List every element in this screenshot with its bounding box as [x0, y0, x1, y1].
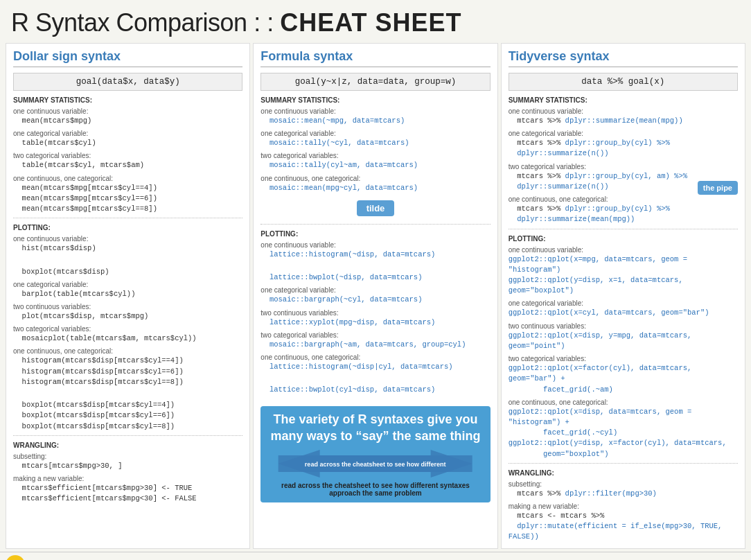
- col2-sum-label-3: two categorical variables:: [260, 152, 490, 159]
- col3-plot-code-3: ggplot2::qplot(x=disp, y=mpg, data=mtcar…: [509, 331, 738, 351]
- col3-plot-label-5: one continuous, one categorical:: [509, 399, 738, 406]
- col1-sum-code-1: mean(mtcars$mpg): [13, 116, 242, 126]
- col2-plot-label-1: one continuous variable:: [260, 241, 490, 249]
- col2-sum-code-2: mosaic::tally(~cyl, data=mtcars): [260, 138, 490, 148]
- footer-logo: S Smith College: [6, 555, 96, 560]
- smith-college-logo-icon: S: [6, 555, 25, 560]
- col1-plot-code-4: mosaicplot(table(mtcars$am, mtcars$cyl)): [13, 333, 242, 344]
- col2-plot-code-5a: lattice::histogram(~disp|cyl, data=mtcar…: [260, 362, 490, 372]
- col2-sum-code-4: mosaic::mean(mpg~cyl, data=mtcars): [260, 183, 490, 193]
- col3-plot-label-2: one categorical variable:: [509, 299, 738, 307]
- col3-sum-code-4b: dplyr::summarize(mean(mpg)): [509, 214, 738, 225]
- col2-sum-label-4: one continuous, one categorical:: [260, 175, 490, 182]
- svg-text:read across the cheatsheet to : read across the cheatsheet to see how di…: [305, 461, 446, 468]
- col3-sum-label-2: one categorical variable:: [509, 130, 738, 137]
- col3-divider-1: [509, 229, 738, 229]
- col2-plot-code-1b: lattice::bwplot(~disp, data=mtcars): [260, 272, 490, 283]
- col3-sum-code-3a: mtcars %>% dplyr::group_by(cyl, am) %>%: [509, 171, 738, 182]
- col3-plot-label-1: one continuous variable:: [509, 246, 738, 254]
- col1-plot-code-5c: histogram(mtcars$disp[mtcars$cyl==8]): [13, 377, 242, 387]
- col3-sum-code-4a: mtcars %>% dplyr::group_by(cyl) %>%: [509, 204, 738, 214]
- pipe-badge: the pipe: [698, 181, 738, 195]
- col2-sum-code-1: mosaic::mean(~mpg, data=mtcars): [260, 116, 490, 126]
- tilde-badge: tilde: [357, 200, 395, 216]
- col3-wrang-label-2: making a new variable:: [509, 502, 738, 510]
- col2-plot-label-3: two continuous variables:: [260, 309, 490, 317]
- col3-plot-code-4a: ggplot2::qplot(x=factor(cyl), data=mtcar…: [509, 363, 738, 384]
- col1-sum-label-2: one categorical variable:: [13, 130, 242, 137]
- col3-plot-label-3: two continuous variables:: [509, 322, 738, 330]
- col1-wrang-label-2: making a new variable:: [13, 475, 242, 482]
- page-title: R Syntax Comparison : : CHEAT SHEET: [11, 8, 740, 37]
- col2-divider-1: [260, 224, 490, 225]
- col1-plot-label-3: two continuous variables:: [13, 303, 242, 310]
- col3-plotting-header: PLOTTING:: [509, 235, 738, 243]
- col2-plotting-header: PLOTTING:: [260, 230, 490, 238]
- col3-plot-code-2: ggplot2::qplot(x=cyl, data=mtcars, geom=…: [509, 308, 738, 318]
- col1-plot-code-3: plot(mtcars$disp, mtcars$mpg): [13, 311, 242, 322]
- col3-sum-label-4: one continuous, one categorical:: [509, 195, 738, 203]
- col1-plot-code-5a: histogram(mtcars$disp[mtcars$cyl==4]): [13, 356, 242, 366]
- col3-plot-code-4b: facet_grid(.~am): [509, 385, 738, 395]
- col2-sum-label-1: one continuous variable:: [260, 107, 490, 115]
- col1-plot-code-2: barplot(table(mtcars$cyl)): [13, 289, 242, 299]
- col3-divider-2: [509, 463, 738, 464]
- col2-title: Formula syntax: [260, 49, 490, 67]
- col3-plot-code-5b: facet_grid(.~cyl): [509, 428, 738, 438]
- col3-plot-code-1b: ggplot2::qplot(y=disp, x=1, data=mtcars,…: [509, 275, 738, 296]
- col2-plot-code-2: mosaic::bargraph(~cyl, data=mtcars): [260, 295, 490, 305]
- col3-tidyverse: Tidyverse syntax data %>% goal(x) the pi…: [501, 43, 745, 549]
- columns-container: Dollar sign syntax goal(data$x, data$y) …: [0, 43, 751, 552]
- col3-plot-code-1a: ggplot2::qplot(x=mpg, data=mtcars, geom …: [509, 254, 738, 275]
- col3-sum-label-1: one continuous variable:: [509, 107, 738, 115]
- col2-sum-label-2: one categorical variable:: [260, 130, 490, 137]
- col2-summary-header: SUMMARY STATISTICS:: [260, 96, 490, 104]
- title-prefix: R Syntax Comparison : :: [11, 8, 280, 37]
- col2-plot-code-4: mosaic::bargraph(~am, data=mtcars, group…: [260, 340, 490, 350]
- col2-plot-label-4: two categorical variables:: [260, 331, 490, 339]
- col3-sum-code-1: mtcars %>% dplyr::summarize(mean(mpg)): [509, 116, 738, 126]
- col1-plot-code-1a: hist(mtcars$disp): [13, 243, 242, 254]
- col1-plot-label-1: one continuous variable:: [13, 235, 242, 243]
- page-container: R Syntax Comparison : : CHEAT SHEET Doll…: [0, 0, 751, 560]
- callout-main-text: The variety of R syntaxes give you many …: [269, 412, 481, 444]
- col1-divider-1: [13, 218, 242, 218]
- col1-sum-label-3: two categorical variables:: [13, 152, 242, 159]
- col1-plot-code-5d: boxplot(mtcars$disp[mtcars$cyl==4]): [13, 400, 242, 410]
- col3-plot-label-4: two categorical variables:: [509, 355, 738, 362]
- col3-syntax-box: data %>% goal(x): [509, 73, 738, 91]
- col3-wrang-code-2b: dplyr::mutate(efficient = if_else(mpg>30…: [509, 521, 738, 542]
- col3-wrangling-header: WRANGLING:: [509, 469, 738, 477]
- col2-plot-label-5: one continuous, one categorical:: [260, 353, 490, 361]
- col1-sum-code-2: table(mtcars$cyl): [13, 138, 242, 148]
- col1-syntax-box: goal(data$x, data$y): [13, 73, 242, 91]
- col2-plot-code-1a: lattice::histogram(~disp, data=mtcars): [260, 250, 490, 260]
- col3-sum-code-2a: mtcars %>% dplyr::group_by(cyl) %>%: [509, 138, 738, 148]
- col3-plot-code-5d: geom="boxplot"): [509, 449, 738, 460]
- col1-sum-label-1: one continuous variable:: [13, 107, 242, 115]
- col3-wrang-code-1: mtcars %>% dplyr::filter(mpg>30): [509, 489, 738, 499]
- col1-sum-code-3: table(mtcars$cyl, mtcars$am): [13, 160, 242, 170]
- col1-plot-label-2: one categorical variable:: [13, 281, 242, 288]
- col1-plot-code-5f: boxplot(mtcars$disp[mtcars$cyl==8]): [13, 421, 242, 432]
- col1-sum-code-4c: mean(mtcars$mpg[mtcars$cyl==8]): [13, 204, 242, 214]
- col3-title: Tidyverse syntax: [509, 49, 738, 67]
- col2-plot-label-2: one categorical variable:: [260, 286, 490, 294]
- footer: S Smith College RStudio® is a trademark …: [0, 552, 751, 560]
- header: R Syntax Comparison : : CHEAT SHEET: [0, 0, 751, 43]
- col2-plot-code-5b: lattice::bwplot(cyl~disp, data=mtcars): [260, 385, 490, 395]
- col1-sum-label-4: one continuous, one categorical:: [13, 175, 242, 182]
- col1-plot-label-4: two categorical variables:: [13, 325, 242, 333]
- col3-wrang-label-1: subsetting:: [509, 480, 738, 488]
- col1-wrang-code-2a: mtcars$efficient[mtcars$mpg>30] <- TRUE: [13, 483, 242, 493]
- col3-summary-header: SUMMARY STATISTICS:: [509, 96, 738, 104]
- col3-plot-code-5a: ggplot2::qplot(x=disp, data=mtcars, geom…: [509, 407, 738, 428]
- col2-formula: Formula syntax goal(y~x|z, data=data, gr…: [253, 43, 497, 549]
- col3-sum-label-3: two categorical variables:: [509, 163, 738, 170]
- col2-syntax-box: goal(y~x|z, data=data, group=w): [260, 73, 490, 91]
- col2-sum-code-3: mosaic::tally(cyl~am, data=mtcars): [260, 160, 490, 170]
- tilde-container: tilde: [260, 196, 490, 220]
- col1-summary-header: SUMMARY STATISTICS:: [13, 96, 242, 104]
- col1-wrang-code-2b: mtcars$efficient[mtcars$mpg<30] <- FALSE: [13, 493, 242, 504]
- col1-plotting-header: PLOTTING:: [13, 224, 242, 231]
